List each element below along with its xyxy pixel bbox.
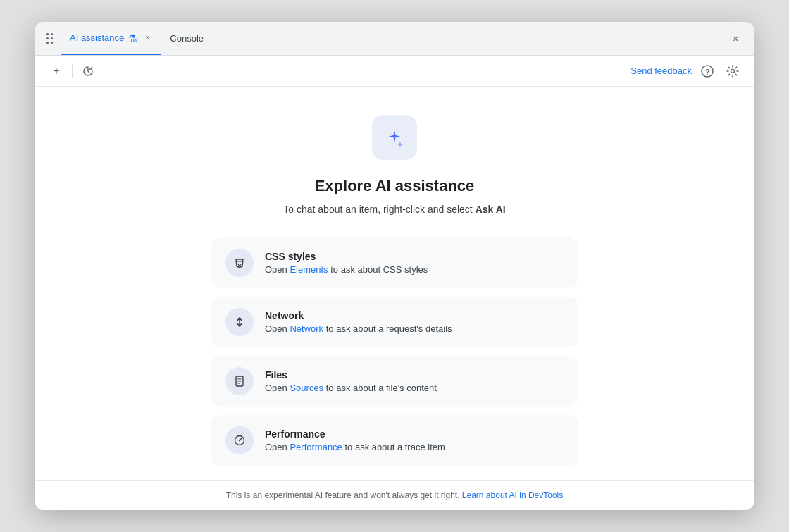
- files-text: Files Open Sources to ask about a file's…: [265, 369, 564, 393]
- history-button[interactable]: [78, 61, 98, 81]
- svg-point-6: [239, 440, 240, 441]
- network-text: Network Open Network to ask about a requ…: [265, 310, 564, 334]
- title-bar: AI assistance ⚗ × Console ×: [35, 22, 754, 56]
- subtitle-bold: Ask AI: [476, 204, 506, 215]
- performance-icon: [225, 426, 254, 454]
- svg-text:?: ?: [705, 67, 710, 75]
- css-text: CSS styles Open Elements to ask about CS…: [265, 251, 564, 275]
- css-icon: [225, 249, 254, 277]
- new-tab-button[interactable]: +: [46, 61, 66, 81]
- files-icon: [225, 367, 254, 395]
- main-subtitle: To chat about an item, right-click and s…: [283, 204, 505, 215]
- send-feedback-link[interactable]: Send feedback: [630, 66, 692, 76]
- files-desc: Open Sources to ask about a file's conte…: [265, 383, 564, 393]
- feature-list: CSS styles Open Elements to ask about CS…: [211, 237, 578, 466]
- subtitle-text: To chat about an item, right-click and s…: [283, 204, 475, 215]
- svg-point-2: [731, 69, 735, 73]
- network-desc: Open Network to ask about a request's de…: [265, 323, 564, 334]
- toolbar: + Send feedback ?: [35, 56, 754, 87]
- ai-icon: [372, 115, 417, 160]
- ai-sparkle-icon: [383, 126, 406, 149]
- feature-card-performance: Performance Open Performance to ask abou…: [211, 415, 578, 466]
- feature-card-files: Files Open Sources to ask about a file's…: [211, 356, 578, 407]
- footer: This is an experimental AI feature and w…: [35, 480, 754, 510]
- settings-icon: [726, 65, 739, 78]
- devtools-window: AI assistance ⚗ × Console × + Send feedb…: [35, 22, 754, 510]
- css-title: CSS styles: [265, 251, 564, 262]
- tab-menu-button[interactable]: [44, 30, 56, 47]
- network-icon: [225, 308, 254, 336]
- footer-link[interactable]: Learn about AI in DevTools: [462, 490, 563, 500]
- beaker-icon: ⚗: [128, 32, 137, 44]
- tab-list: AI assistance ⚗ × Console: [61, 22, 720, 55]
- footer-text: This is an experimental AI feature and w…: [226, 490, 462, 500]
- history-icon: [82, 66, 94, 77]
- feature-card-css: CSS styles Open Elements to ask about CS…: [211, 237, 578, 288]
- network-title: Network: [265, 310, 564, 321]
- network-link[interactable]: Network: [290, 323, 323, 334]
- settings-button[interactable]: [723, 61, 743, 81]
- toolbar-divider: [72, 64, 73, 78]
- feature-card-network: Network Open Network to ask about a requ…: [211, 297, 578, 347]
- tab-console[interactable]: Console: [161, 22, 212, 55]
- window-close-button[interactable]: ×: [726, 29, 745, 49]
- tab-ai-assistance[interactable]: AI assistance ⚗ ×: [61, 22, 161, 55]
- css-desc: Open Elements to ask about CSS styles: [265, 264, 564, 275]
- tab-close-button[interactable]: ×: [142, 32, 153, 44]
- performance-link[interactable]: Performance: [290, 442, 342, 452]
- main-title: Explore AI assistance: [315, 177, 475, 195]
- css-link[interactable]: Elements: [290, 264, 328, 275]
- performance-desc: Open Performance to ask about a trace it…: [265, 442, 564, 452]
- files-title: Files: [265, 369, 564, 381]
- files-link[interactable]: Sources: [290, 383, 323, 393]
- performance-text: Performance Open Performance to ask abou…: [265, 428, 564, 452]
- tab-console-label: Console: [170, 33, 204, 44]
- help-button[interactable]: ?: [697, 61, 717, 81]
- main-content: Explore AI assistance To chat about an i…: [35, 87, 754, 480]
- tab-ai-label: AI assistance: [70, 32, 124, 43]
- performance-title: Performance: [265, 428, 564, 440]
- help-icon: ?: [701, 65, 714, 78]
